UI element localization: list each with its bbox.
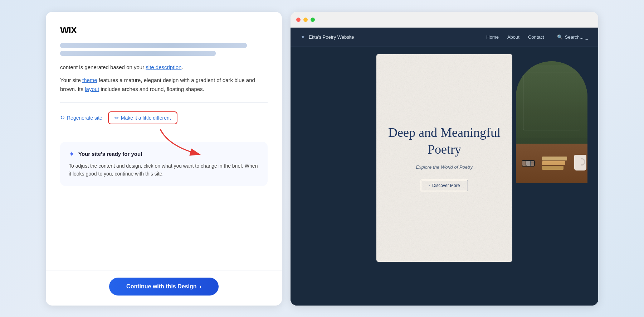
nav-link-home[interactable]: Home bbox=[486, 34, 499, 40]
ready-title: Your site's ready for you! bbox=[78, 151, 142, 157]
mug-item bbox=[574, 155, 582, 172]
ready-card: ✦ Your site's ready for you! To adjust t… bbox=[60, 142, 268, 186]
site-logo-icon: ✦ bbox=[301, 34, 305, 40]
search-icon: 🔍 bbox=[557, 34, 563, 40]
desc-paragraph-1: content is generated based on your site … bbox=[60, 63, 268, 72]
site-name: Ekta's Poetry Website bbox=[309, 34, 354, 40]
arch-inner bbox=[516, 61, 587, 183]
discover-icon: · bbox=[429, 183, 430, 188]
divider-2 bbox=[60, 133, 268, 133]
pencil-icon: ✏ bbox=[114, 115, 119, 121]
blurred-line-2 bbox=[60, 51, 216, 56]
nav-link-contact[interactable]: Contact bbox=[528, 34, 544, 40]
window-area bbox=[516, 65, 587, 138]
wix-logo: WIX bbox=[60, 25, 268, 36]
left-panel: WIX content is generated based on your s… bbox=[46, 12, 282, 306]
hero-arch-image bbox=[516, 61, 587, 183]
blurred-text-block bbox=[60, 43, 268, 56]
make-it-different-button[interactable]: ✏ Make it a little different bbox=[108, 111, 177, 124]
browser-dot-red bbox=[296, 18, 301, 22]
site-search[interactable]: 🔍 Search... _ bbox=[557, 34, 588, 40]
window-frame bbox=[523, 72, 580, 130]
browser-bar bbox=[291, 12, 598, 28]
sparkle-icon: ✦ bbox=[69, 150, 75, 158]
theme-link[interactable]: theme bbox=[82, 77, 97, 83]
action-buttons-row: ↻ Regenerate site ✏ Make it a little dif… bbox=[60, 111, 268, 124]
regenerate-icon: ↻ bbox=[60, 114, 65, 121]
browser-content: ✦ Ekta's Poetry Website Home About Conta… bbox=[291, 28, 598, 306]
ready-card-header: ✦ Your site's ready for you! bbox=[69, 150, 259, 158]
discover-more-button[interactable]: · Discover More bbox=[421, 180, 468, 191]
browser-dot-yellow bbox=[303, 18, 308, 22]
search-cursor: _ bbox=[586, 34, 588, 40]
hero-subtitle: Explore the World of Poetry bbox=[416, 164, 473, 170]
hero-title: Deep and Meaningful Poetry bbox=[387, 124, 502, 158]
blurred-line-1 bbox=[60, 43, 247, 48]
site-hero: Deep and Meaningful Poetry Explore the W… bbox=[291, 47, 598, 306]
desc-paragraph-2: Your site theme features a mature, elega… bbox=[60, 76, 268, 94]
site-nav-links: Home About Contact bbox=[486, 34, 544, 40]
site-logo-area: ✦ Ekta's Poetry Website bbox=[301, 34, 480, 40]
continue-button[interactable]: Continue with this Design › bbox=[109, 278, 219, 296]
right-panel: ✦ Ekta's Poetry Website Home About Conta… bbox=[291, 12, 598, 306]
glasses-item bbox=[522, 159, 535, 167]
search-label: Search... bbox=[565, 34, 584, 40]
hero-center-card: Deep and Meaningful Poetry Explore the W… bbox=[376, 54, 512, 262]
bottom-bar: Continue with this Design › bbox=[46, 270, 282, 306]
table-surface bbox=[516, 144, 587, 183]
divider-1 bbox=[60, 102, 268, 103]
nav-link-about[interactable]: About bbox=[507, 34, 519, 40]
discover-label: Discover More bbox=[432, 183, 460, 188]
browser-dot-green bbox=[311, 18, 315, 22]
site-nav: ✦ Ekta's Poetry Website Home About Conta… bbox=[291, 28, 598, 47]
site-description-link[interactable]: site description bbox=[146, 64, 181, 70]
ready-desc: To adjust the content and design, click … bbox=[69, 162, 259, 178]
book-stack bbox=[542, 157, 567, 170]
layout-link[interactable]: layout bbox=[85, 86, 99, 92]
continue-arrow-icon: › bbox=[200, 283, 201, 290]
regenerate-site-button[interactable]: ↻ Regenerate site bbox=[60, 113, 102, 123]
